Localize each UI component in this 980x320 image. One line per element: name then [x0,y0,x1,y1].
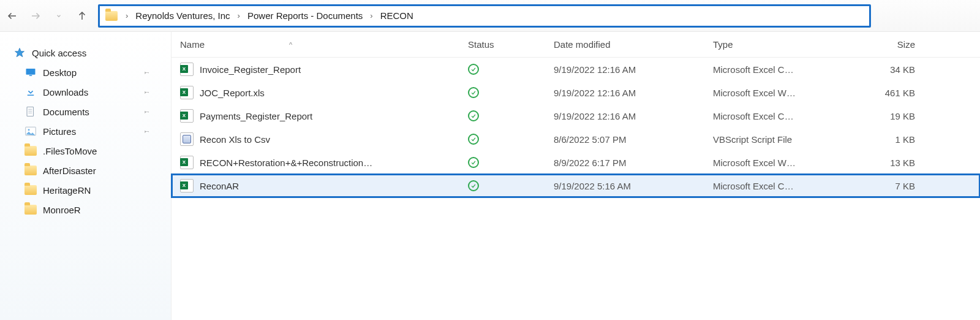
folder-icon [24,204,37,216]
column-status[interactable]: Status [468,39,554,50]
file-date: 9/19/2022 5:16 AM [554,181,713,191]
folder-icon [24,145,37,157]
column-date[interactable]: Date modified [554,39,713,50]
sidebar-label: AfterDisaster [43,166,96,176]
sidebar-label: Documents [43,107,89,117]
sidebar-item-folder[interactable]: MonroeR [11,200,166,219]
sidebar-label: HeritageRN [43,185,91,196]
file-rows: XInvoice_Register_Report9/19/2022 12:16 … [172,58,980,197]
breadcrumb-item[interactable]: RECON [380,10,413,21]
downloads-icon [24,86,37,98]
synced-icon [468,64,479,75]
synced-icon [468,87,479,98]
column-type[interactable]: Type [713,39,848,50]
documents-icon [24,105,37,118]
excel-icon: X [180,179,194,192]
column-label: Status [468,39,494,50]
file-type: Microsoft Excel C… [713,64,848,75]
sidebar-label: Quick access [32,48,86,58]
file-row[interactable]: XPayments_Register_Report9/19/2022 12:16… [172,104,980,128]
column-size[interactable]: Size [848,39,933,50]
pin-icon [143,127,150,136]
sidebar-quick-access[interactable]: Quick access [11,43,166,63]
pin-icon [143,68,150,77]
back-button[interactable] [5,9,20,23]
file-size: 1 KB [848,134,933,145]
file-name: Payments_Register_Report [200,111,312,121]
file-type: VBScript Script File [713,134,848,145]
synced-icon [468,134,479,145]
pin-icon [143,88,150,97]
main: Quick access Desktop Downloads Doc [0,32,980,320]
file-name: Recon Xls to Csv [200,134,270,145]
column-label: Date modified [554,39,611,50]
synced-icon [468,157,479,168]
file-date: 8/6/2022 5:07 PM [554,134,713,145]
column-label: Type [713,39,733,50]
file-row[interactable]: XReconAR9/19/2022 5:16 AMMicrosoft Excel… [172,174,980,197]
chevron-right-icon: › [126,11,128,20]
toolbar: › Reynolds Ventures, Inc › Power Reports… [0,0,980,32]
svg-rect-4 [26,69,36,75]
sidebar-label: .FilesToMove [43,146,97,156]
file-row[interactable]: XRECON+Restoration+&+Reconstruction…8/9/… [172,151,980,174]
file-date: 9/19/2022 12:16 AM [554,111,713,121]
file-name: ReconAR [200,181,239,191]
breadcrumb-item[interactable]: Power Reports - Documents [247,10,363,21]
star-icon [13,47,26,59]
svg-rect-5 [29,75,32,77]
chevron-right-icon: › [370,11,372,20]
nav-buttons [5,9,89,23]
file-date: 9/19/2022 12:16 AM [554,64,713,75]
sidebar: Quick access Desktop Downloads Doc [0,32,172,320]
column-name[interactable]: Name ^ [180,39,468,50]
file-size: 7 KB [848,181,933,191]
file-type: Microsoft Excel C… [713,181,848,191]
file-type: Microsoft Excel C… [713,111,848,121]
excel-icon: X [180,109,194,123]
synced-icon [468,110,479,121]
file-date: 9/19/2022 12:16 AM [554,88,713,98]
file-size: 461 KB [848,88,933,98]
svg-marker-3 [15,48,24,57]
sidebar-item-documents[interactable]: Documents [11,102,166,121]
excel-icon: X [180,63,194,76]
pin-icon [143,107,150,116]
sidebar-item-folder[interactable]: .FilesToMove [11,141,166,161]
folder-icon [105,9,118,23]
svg-point-11 [28,129,30,131]
breadcrumb-item[interactable]: Reynolds Ventures, Inc [135,10,230,21]
folder-icon [24,164,37,177]
file-size: 34 KB [848,64,933,75]
vbscript-icon [180,132,194,146]
file-row[interactable]: XJOC_Report.xls9/19/2022 12:16 AMMicroso… [172,81,980,104]
svg-rect-6 [27,107,34,116]
forward-button[interactable] [28,9,43,23]
desktop-icon [24,66,37,78]
file-date: 8/9/2022 6:17 PM [554,158,713,168]
file-row[interactable]: Recon Xls to Csv8/6/2022 5:07 PMVBScript… [172,128,980,151]
file-row[interactable]: XInvoice_Register_Report9/19/2022 12:16 … [172,58,980,81]
sidebar-label: Desktop [43,67,77,78]
file-name: Invoice_Register_Report [200,64,301,75]
up-button[interactable] [75,9,89,23]
pictures-icon [24,125,37,137]
sort-asc-icon: ^ [289,41,292,48]
sidebar-item-pictures[interactable]: Pictures [11,121,166,141]
recent-dropdown[interactable] [51,9,66,23]
file-list: Name ^ Status Date modified Type Size XI… [172,32,980,320]
sidebar-label: MonroeR [43,205,81,215]
file-name: JOC_Report.xls [200,88,265,98]
chevron-right-icon: › [238,11,240,20]
sidebar-item-desktop[interactable]: Desktop [11,63,166,82]
file-type: Microsoft Excel W… [713,88,848,98]
synced-icon [468,180,479,191]
address-bar[interactable]: › Reynolds Ventures, Inc › Power Reports… [98,4,871,28]
sidebar-item-folder[interactable]: AfterDisaster [11,161,166,180]
column-label: Size [897,39,915,50]
column-label: Name [180,39,205,50]
sidebar-item-downloads[interactable]: Downloads [11,82,166,102]
file-type: Microsoft Excel W… [713,158,848,168]
sidebar-item-folder[interactable]: HeritageRN [11,180,166,200]
sidebar-label: Downloads [43,87,88,97]
